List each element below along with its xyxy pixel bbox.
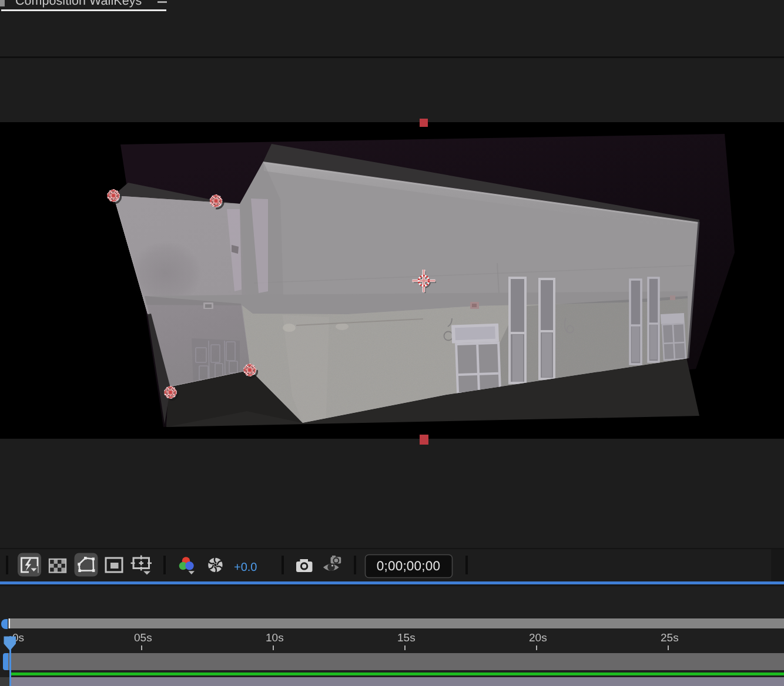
svg-text:Composition WallKeys: Composition WallKeys bbox=[15, 0, 142, 8]
svg-text:+0.0: +0.0 bbox=[234, 561, 257, 574]
svg-text:0;00;00;00: 0;00;00;00 bbox=[377, 559, 440, 573]
